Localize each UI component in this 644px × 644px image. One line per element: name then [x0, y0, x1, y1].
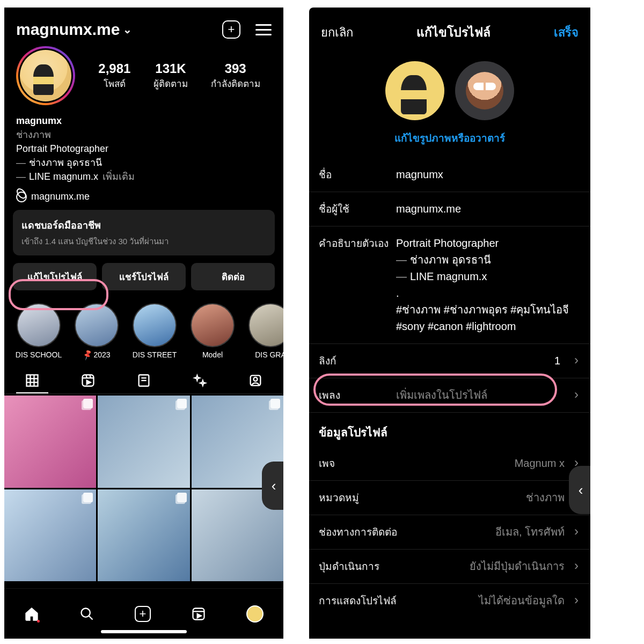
- chevron-right-icon: ›: [574, 558, 579, 573]
- svg-rect-0: [27, 375, 38, 386]
- tab-effects[interactable]: [184, 369, 216, 393]
- avatar-option[interactable]: [455, 61, 514, 120]
- chevron-right-icon: ›: [574, 353, 579, 368]
- carousel-icon: [83, 493, 93, 502]
- svg-marker-19: [197, 614, 201, 618]
- bio-line: ช่างภาพ อุดรธานี: [29, 157, 102, 168]
- tab-guides[interactable]: [128, 369, 160, 393]
- avatar: [20, 50, 71, 101]
- share-profile-button[interactable]: แชร์โปรไฟล์: [102, 263, 186, 290]
- svg-point-14: [254, 378, 258, 382]
- home-indicator: [101, 630, 187, 633]
- stat-followers[interactable]: 131Kผู้ติดตาม: [153, 61, 188, 91]
- nav-create-button[interactable]: +: [135, 606, 151, 622]
- bio-line: LINE magnum.x: [29, 171, 98, 182]
- post-thumbnail[interactable]: [98, 489, 189, 581]
- chevron-right-icon: ›: [574, 592, 579, 608]
- edit-profile-screen: ยกเลิก แก้ไขโปรไฟล์ เสร็จ แก้ไขรูปภาพหรื…: [309, 8, 590, 639]
- posts-grid: [4, 396, 283, 581]
- create-button[interactable]: +: [222, 20, 240, 39]
- info-category[interactable]: หมวดหมู่ ช่างภาพ ›: [309, 481, 590, 515]
- edit-picture-link[interactable]: แก้ไขรูปภาพหรืออวาตาร์: [309, 125, 590, 158]
- category: ช่างภาพ: [16, 128, 272, 142]
- bio-block: magnumx ช่างภาพ Portrait Photographer —ช…: [4, 109, 283, 187]
- profile-link[interactable]: magnumx.me: [4, 187, 283, 210]
- nav-reels-icon[interactable]: [191, 606, 206, 621]
- carousel-icon: [83, 399, 93, 408]
- chevron-right-icon: ›: [574, 524, 579, 539]
- bottom-nav: +: [4, 588, 283, 639]
- field-bio[interactable]: คำอธิบายตัวเอง Portrait Photographer —ช่…: [309, 226, 590, 344]
- search-icon[interactable]: [79, 606, 94, 621]
- home-icon[interactable]: [24, 606, 39, 621]
- sparkle-icon: [192, 373, 207, 388]
- contact-button[interactable]: ติดต่อ: [191, 263, 275, 290]
- highlight-item[interactable]: DIS GRA: [246, 303, 283, 359]
- field-links[interactable]: ลิงก์ 1 ›: [309, 344, 590, 378]
- post-thumbnail[interactable]: [4, 396, 96, 487]
- profile-screen: magnumx.me ⌄ + 2,981โพสต์ 131Kผู้ติดตาม …: [4, 8, 283, 639]
- stat-posts[interactable]: 2,981โพสต์: [98, 61, 130, 91]
- section-header: ข้อมูลโปรไฟล์: [309, 413, 590, 447]
- username: magnumx.me: [16, 20, 120, 39]
- highlight-item[interactable]: DIS SCHOOL: [14, 303, 63, 359]
- display-name: magnumx: [16, 114, 272, 128]
- guides-icon: [136, 373, 151, 388]
- svg-line-16: [89, 616, 93, 619]
- svg-point-15: [82, 608, 90, 617]
- grid-icon: [25, 373, 40, 388]
- chevron-down-icon: ⌄: [123, 23, 132, 36]
- highlight-item[interactable]: DIS STREET: [130, 303, 179, 359]
- info-contact[interactable]: ช่องทางการติดต่อ อีเมล, โทรศัพท์ ›: [309, 515, 590, 550]
- chevron-right-icon: ›: [574, 387, 579, 402]
- reels-icon: [80, 373, 96, 388]
- cancel-button[interactable]: ยกเลิก: [321, 23, 353, 42]
- carousel-icon: [177, 399, 187, 408]
- pin-icon: 📌: [82, 349, 93, 361]
- username-switcher[interactable]: magnumx.me ⌄: [16, 20, 132, 39]
- info-action[interactable]: ปุ่มดำเนินการ ยังไม่มีปุ่มดำเนินการ ›: [309, 550, 590, 584]
- story-ring[interactable]: [16, 46, 75, 105]
- highlight-item[interactable]: Model: [188, 303, 237, 359]
- pro-dashboard[interactable]: แดชบอร์ดมืออาชีพ เข้าถึง 1.4 แสน บัญชีใน…: [13, 210, 275, 255]
- edit-profile-button[interactable]: แก้ไขโปรไฟล์: [13, 263, 97, 290]
- tagged-icon: [248, 373, 263, 388]
- menu-button[interactable]: [255, 24, 272, 35]
- carousel-icon: [177, 493, 187, 502]
- stat-following[interactable]: 393กำลังติดตาม: [211, 61, 260, 91]
- profile-photo[interactable]: [385, 61, 444, 120]
- more-link[interactable]: เพิ่มเติม: [103, 171, 135, 182]
- svg-line-7: [86, 375, 87, 378]
- highlight-item[interactable]: 📌2023: [72, 303, 121, 359]
- tab-grid[interactable]: [16, 369, 48, 393]
- plus-icon: +: [140, 608, 147, 620]
- field-name[interactable]: ชื่อ magnumx: [309, 158, 590, 192]
- page-title: แก้ไขโปรไฟล์: [416, 23, 491, 42]
- info-display[interactable]: การแสดงโปรไฟล์ ไม่ได้ซ่อนข้อมูลใด ›: [309, 584, 590, 618]
- tab-reels[interactable]: [72, 369, 104, 393]
- expand-arrow[interactable]: ‹: [569, 466, 590, 514]
- info-page[interactable]: เพจ Magnum x ›: [309, 447, 590, 481]
- field-username[interactable]: ชื่อผู้ใช้ magnumx.me: [309, 192, 590, 226]
- svg-marker-9: [87, 380, 91, 384]
- expand-arrow[interactable]: ‹: [262, 462, 283, 510]
- post-thumbnail[interactable]: [98, 396, 189, 487]
- tab-tagged[interactable]: [239, 369, 272, 393]
- link-icon: [14, 189, 29, 204]
- field-music[interactable]: เพลง เพิ่มเพลงในโปรไฟล์ ›: [309, 378, 590, 413]
- svg-line-8: [90, 375, 91, 378]
- bio-line: Portrait Photographer: [16, 142, 272, 156]
- carousel-icon: [270, 399, 280, 408]
- notification-dot: [37, 620, 40, 623]
- nav-profile-avatar[interactable]: [246, 605, 264, 623]
- plus-icon: +: [228, 24, 235, 35]
- post-thumbnail[interactable]: [4, 489, 96, 581]
- done-button[interactable]: เสร็จ: [554, 23, 579, 42]
